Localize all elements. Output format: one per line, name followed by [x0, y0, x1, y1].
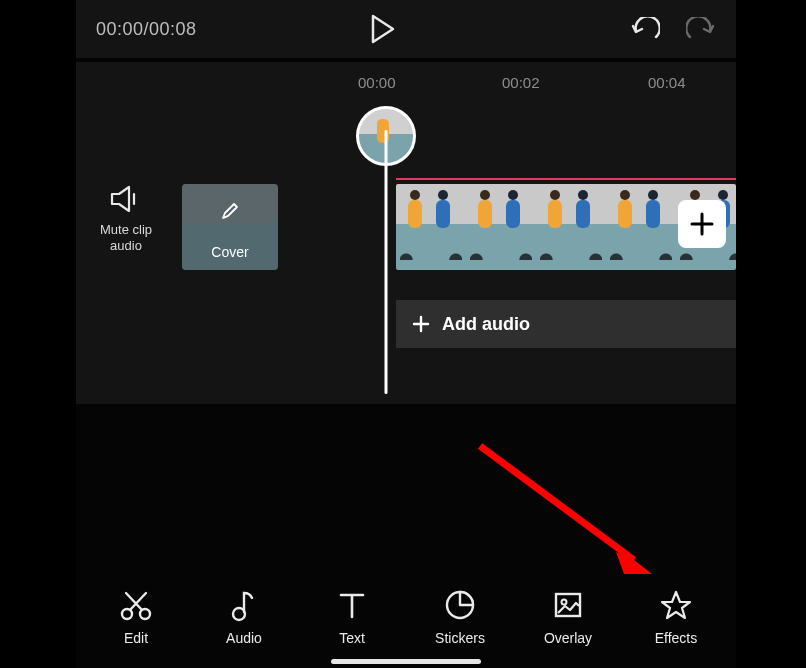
sticker-icon — [443, 588, 477, 622]
redo-icon — [686, 17, 716, 41]
music-note-icon — [227, 588, 261, 622]
home-indicator — [331, 659, 481, 664]
pencil-icon — [220, 201, 240, 225]
cover-label: Cover — [182, 244, 278, 260]
tool-text[interactable]: Text — [307, 588, 397, 646]
clip-frame — [536, 184, 606, 270]
clip-frame — [396, 184, 466, 270]
text-icon — [335, 588, 369, 622]
star-icon — [659, 588, 693, 622]
timecode-display: 00:00/00:08 — [96, 19, 197, 40]
redo-button[interactable] — [686, 17, 716, 41]
speaker-mute-icon — [109, 184, 143, 214]
add-clip-button[interactable] — [678, 200, 726, 248]
bottom-toolbar: Edit Audio Text Stickers — [76, 588, 736, 646]
play-icon — [370, 14, 396, 44]
clip-frame — [466, 184, 536, 270]
ruler-tick: 00:00 — [358, 74, 396, 91]
overlay-image-icon — [551, 588, 585, 622]
tool-stickers[interactable]: Stickers — [415, 588, 505, 646]
add-audio-button[interactable]: Add audio — [396, 300, 736, 348]
mute-clip-audio-button[interactable]: Mute clip audio — [90, 184, 162, 255]
svg-marker-7 — [616, 552, 652, 574]
playhead-line — [385, 130, 388, 394]
time-ruler[interactable]: 00:00 00:02 00:04 — [76, 62, 736, 104]
timeline: Mute clip audio Cover — [76, 104, 736, 404]
scissors-icon — [119, 588, 153, 622]
undo-button[interactable] — [630, 17, 660, 41]
plus-icon — [412, 315, 430, 333]
svg-line-6 — [480, 446, 634, 560]
cover-thumbnail[interactable]: Cover — [182, 184, 278, 270]
plus-icon — [689, 211, 715, 237]
ruler-tick: 00:04 — [648, 74, 686, 91]
add-audio-label: Add audio — [442, 314, 530, 335]
tool-audio[interactable]: Audio — [199, 588, 289, 646]
play-button[interactable] — [370, 14, 396, 44]
tool-edit[interactable]: Edit — [91, 588, 181, 646]
annotation-arrow — [474, 440, 674, 590]
tool-effects[interactable]: Effects — [631, 588, 721, 646]
track-boundary-line — [396, 178, 736, 180]
tool-overlay[interactable]: Overlay — [523, 588, 613, 646]
undo-icon — [630, 17, 660, 41]
ruler-tick: 00:02 — [502, 74, 540, 91]
top-bar: 00:00/00:08 — [76, 0, 736, 58]
svg-point-5 — [562, 600, 567, 605]
clip-frame — [606, 184, 676, 270]
video-editor-app: 00:00/00:08 00:00 00: — [76, 0, 736, 668]
